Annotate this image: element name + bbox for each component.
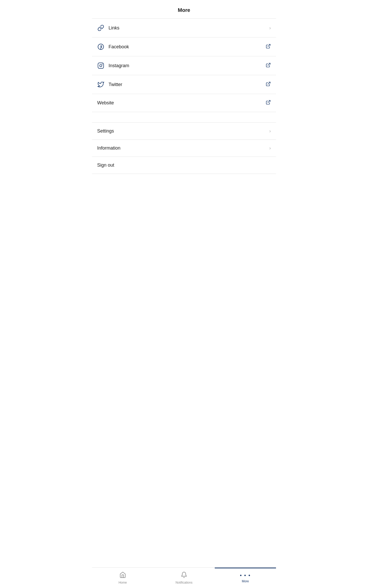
links-item[interactable]: Links ›: [92, 19, 276, 37]
svg-line-1: [268, 44, 270, 47]
more-nav-label: More: [242, 579, 249, 583]
instagram-label: Instagram: [109, 63, 129, 68]
section-gap: [92, 112, 276, 122]
information-label: Information: [97, 145, 120, 151]
nav-home[interactable]: Home: [92, 568, 153, 588]
links-chevron-icon: ›: [269, 25, 271, 31]
information-chevron-icon: ›: [269, 145, 271, 151]
facebook-item[interactable]: Facebook: [92, 37, 276, 56]
website-external-icon: [266, 100, 271, 106]
information-item[interactable]: Information ›: [92, 140, 276, 157]
twitter-external-icon: [266, 81, 271, 88]
website-item-left: Website: [97, 100, 114, 106]
facebook-icon: [97, 43, 104, 50]
page-title: More: [92, 0, 276, 18]
settings-section: Settings › Information › Sign out: [92, 122, 276, 174]
twitter-item[interactable]: Twitter: [92, 75, 276, 94]
nav-notifications[interactable]: Notifications: [153, 568, 214, 588]
svg-line-5: [268, 63, 270, 65]
twitter-label: Twitter: [109, 82, 122, 87]
facebook-label: Facebook: [109, 44, 129, 50]
instagram-icon: [97, 62, 104, 69]
notifications-nav-label: Notifications: [175, 581, 192, 584]
settings-label: Settings: [97, 128, 114, 134]
svg-point-4: [102, 64, 102, 64]
svg-point-3: [100, 65, 102, 67]
twitter-item-left: Twitter: [97, 81, 122, 88]
link-icon: [97, 24, 104, 32]
instagram-item[interactable]: Instagram: [92, 56, 276, 75]
instagram-external-icon: [266, 63, 271, 69]
nav-more[interactable]: • • • More: [215, 568, 276, 588]
home-icon: [119, 571, 126, 580]
settings-item[interactable]: Settings ›: [92, 123, 276, 140]
dots-icon: • • •: [240, 572, 251, 578]
social-links-section: Links › Facebook: [92, 18, 276, 112]
signout-item[interactable]: Sign out: [92, 157, 276, 174]
links-label: Links: [109, 25, 119, 31]
links-item-left: Links: [97, 24, 119, 32]
svg-line-6: [268, 82, 270, 84]
facebook-external-icon: [266, 44, 271, 50]
signout-label: Sign out: [97, 163, 114, 168]
website-label: Website: [97, 100, 114, 106]
twitter-icon: [97, 81, 104, 88]
home-nav-label: Home: [119, 581, 127, 584]
svg-rect-2: [98, 63, 104, 68]
facebook-item-left: Facebook: [97, 43, 129, 50]
svg-line-7: [268, 100, 270, 103]
instagram-item-left: Instagram: [97, 62, 129, 69]
settings-chevron-icon: ›: [269, 128, 271, 134]
website-item[interactable]: Website: [92, 94, 276, 112]
bottom-navigation: Home Notifications • • • More: [92, 567, 276, 588]
bell-icon: [181, 571, 187, 580]
